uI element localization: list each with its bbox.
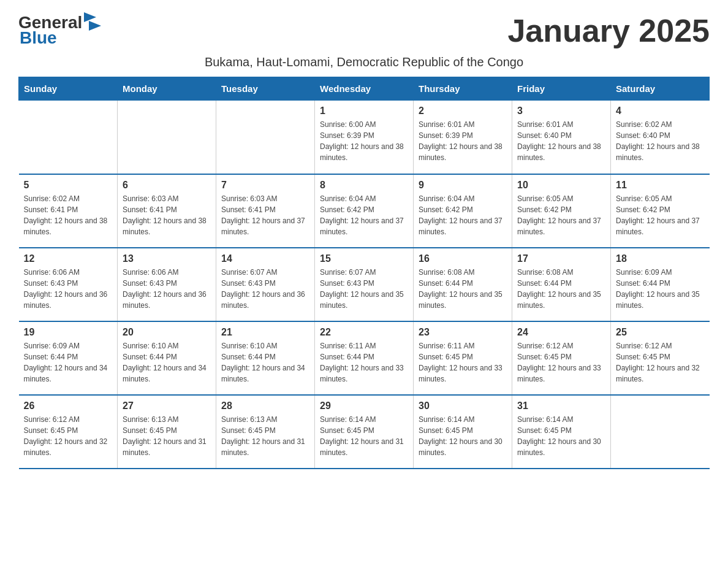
calendar-cell: 18Sunrise: 6:09 AM Sunset: 6:44 PM Dayli… xyxy=(611,248,710,321)
day-number: 24 xyxy=(517,327,605,338)
day-number: 9 xyxy=(419,180,507,191)
calendar-cell: 13Sunrise: 6:06 AM Sunset: 6:43 PM Dayli… xyxy=(118,248,216,321)
header-day-tuesday: Tuesday xyxy=(216,77,315,101)
calendar-header-row: SundayMondayTuesdayWednesdayThursdayFrid… xyxy=(19,77,710,101)
calendar-cell xyxy=(216,101,315,174)
calendar-cell: 2Sunrise: 6:01 AM Sunset: 6:39 PM Daylig… xyxy=(414,101,512,174)
day-info: Sunrise: 6:04 AM Sunset: 6:42 PM Dayligh… xyxy=(419,193,507,237)
calendar-cell: 6Sunrise: 6:03 AM Sunset: 6:41 PM Daylig… xyxy=(118,174,216,248)
calendar-cell: 21Sunrise: 6:10 AM Sunset: 6:44 PM Dayli… xyxy=(216,321,315,395)
calendar-table: SundayMondayTuesdayWednesdayThursdayFrid… xyxy=(18,77,710,469)
day-number: 10 xyxy=(517,180,605,191)
day-info: Sunrise: 6:05 AM Sunset: 6:42 PM Dayligh… xyxy=(616,193,705,237)
calendar-subtitle: Bukama, Haut-Lomami, Democratic Republic… xyxy=(18,55,710,69)
calendar-cell: 19Sunrise: 6:09 AM Sunset: 6:44 PM Dayli… xyxy=(19,321,118,395)
calendar-cell: 16Sunrise: 6:08 AM Sunset: 6:44 PM Dayli… xyxy=(414,248,512,321)
calendar-week-row: 1Sunrise: 6:00 AM Sunset: 6:39 PM Daylig… xyxy=(19,101,710,174)
day-number: 7 xyxy=(221,180,309,191)
header-day-sunday: Sunday xyxy=(19,77,118,101)
calendar-cell: 24Sunrise: 6:12 AM Sunset: 6:45 PM Dayli… xyxy=(512,321,611,395)
day-number: 6 xyxy=(123,180,211,191)
day-info: Sunrise: 6:13 AM Sunset: 6:45 PM Dayligh… xyxy=(221,414,309,458)
day-number: 26 xyxy=(24,400,113,412)
day-info: Sunrise: 6:10 AM Sunset: 6:44 PM Dayligh… xyxy=(221,340,309,385)
day-info: Sunrise: 6:14 AM Sunset: 6:45 PM Dayligh… xyxy=(320,414,408,458)
calendar-cell: 22Sunrise: 6:11 AM Sunset: 6:44 PM Dayli… xyxy=(315,321,414,395)
day-info: Sunrise: 6:08 AM Sunset: 6:44 PM Dayligh… xyxy=(517,267,605,311)
day-info: Sunrise: 6:02 AM Sunset: 6:41 PM Dayligh… xyxy=(24,193,113,237)
day-number: 23 xyxy=(419,327,507,338)
calendar-week-row: 12Sunrise: 6:06 AM Sunset: 6:43 PM Dayli… xyxy=(19,248,710,321)
header-day-friday: Friday xyxy=(512,77,611,101)
day-info: Sunrise: 6:03 AM Sunset: 6:41 PM Dayligh… xyxy=(123,193,211,237)
day-info: Sunrise: 6:07 AM Sunset: 6:43 PM Dayligh… xyxy=(320,267,408,311)
day-info: Sunrise: 6:11 AM Sunset: 6:44 PM Dayligh… xyxy=(320,340,408,385)
header-day-saturday: Saturday xyxy=(611,77,710,101)
day-number: 22 xyxy=(320,327,408,338)
calendar-cell xyxy=(118,101,216,174)
day-number: 19 xyxy=(24,327,113,338)
day-number: 16 xyxy=(419,253,507,264)
day-number: 18 xyxy=(616,253,705,264)
day-number: 1 xyxy=(320,105,408,117)
day-number: 15 xyxy=(320,253,408,264)
calendar-cell: 29Sunrise: 6:14 AM Sunset: 6:45 PM Dayli… xyxy=(315,395,414,469)
day-info: Sunrise: 6:06 AM Sunset: 6:43 PM Dayligh… xyxy=(24,267,113,311)
calendar-cell: 14Sunrise: 6:07 AM Sunset: 6:43 PM Dayli… xyxy=(216,248,315,321)
calendar-cell: 7Sunrise: 6:03 AM Sunset: 6:41 PM Daylig… xyxy=(216,174,315,248)
day-info: Sunrise: 6:04 AM Sunset: 6:42 PM Dayligh… xyxy=(320,193,408,237)
day-info: Sunrise: 6:10 AM Sunset: 6:44 PM Dayligh… xyxy=(123,340,211,385)
logo-blue-text: Blue xyxy=(20,28,57,48)
calendar-cell: 15Sunrise: 6:07 AM Sunset: 6:43 PM Dayli… xyxy=(315,248,414,321)
calendar-cell: 11Sunrise: 6:05 AM Sunset: 6:42 PM Dayli… xyxy=(611,174,710,248)
day-info: Sunrise: 6:11 AM Sunset: 6:45 PM Dayligh… xyxy=(419,340,507,385)
day-number: 25 xyxy=(616,327,705,338)
calendar-cell: 20Sunrise: 6:10 AM Sunset: 6:44 PM Dayli… xyxy=(118,321,216,395)
calendar-cell xyxy=(611,395,710,469)
day-number: 3 xyxy=(517,105,605,117)
calendar-cell: 26Sunrise: 6:12 AM Sunset: 6:45 PM Dayli… xyxy=(19,395,118,469)
header-day-monday: Monday xyxy=(118,77,216,101)
day-number: 2 xyxy=(419,105,507,117)
day-number: 29 xyxy=(320,400,408,412)
day-info: Sunrise: 6:05 AM Sunset: 6:42 PM Dayligh… xyxy=(517,193,605,237)
svg-marker-0 xyxy=(84,12,96,22)
logo: General Blue xyxy=(18,12,101,48)
header-day-wednesday: Wednesday xyxy=(315,77,414,101)
day-info: Sunrise: 6:14 AM Sunset: 6:45 PM Dayligh… xyxy=(517,414,605,458)
day-info: Sunrise: 6:06 AM Sunset: 6:43 PM Dayligh… xyxy=(123,267,211,311)
calendar-cell: 1Sunrise: 6:00 AM Sunset: 6:39 PM Daylig… xyxy=(315,101,414,174)
calendar-cell: 3Sunrise: 6:01 AM Sunset: 6:40 PM Daylig… xyxy=(512,101,611,174)
calendar-cell: 28Sunrise: 6:13 AM Sunset: 6:45 PM Dayli… xyxy=(216,395,315,469)
day-info: Sunrise: 6:13 AM Sunset: 6:45 PM Dayligh… xyxy=(123,414,211,458)
day-number: 27 xyxy=(123,400,211,412)
day-number: 30 xyxy=(419,400,507,412)
day-number: 14 xyxy=(221,253,309,264)
day-info: Sunrise: 6:12 AM Sunset: 6:45 PM Dayligh… xyxy=(24,414,113,458)
day-number: 5 xyxy=(24,180,113,191)
calendar-cell: 12Sunrise: 6:06 AM Sunset: 6:43 PM Dayli… xyxy=(19,248,118,321)
day-number: 21 xyxy=(221,327,309,338)
day-info: Sunrise: 6:07 AM Sunset: 6:43 PM Dayligh… xyxy=(221,267,309,311)
header: General Blue January 2025 xyxy=(18,12,710,49)
header-day-thursday: Thursday xyxy=(414,77,512,101)
calendar-cell: 27Sunrise: 6:13 AM Sunset: 6:45 PM Dayli… xyxy=(118,395,216,469)
calendar-cell: 4Sunrise: 6:02 AM Sunset: 6:40 PM Daylig… xyxy=(611,101,710,174)
day-info: Sunrise: 6:00 AM Sunset: 6:39 PM Dayligh… xyxy=(320,119,408,163)
day-info: Sunrise: 6:01 AM Sunset: 6:40 PM Dayligh… xyxy=(517,119,605,163)
day-info: Sunrise: 6:09 AM Sunset: 6:44 PM Dayligh… xyxy=(24,340,113,385)
day-number: 8 xyxy=(320,180,408,191)
day-number: 20 xyxy=(123,327,211,338)
day-number: 28 xyxy=(221,400,309,412)
day-info: Sunrise: 6:12 AM Sunset: 6:45 PM Dayligh… xyxy=(616,340,705,385)
calendar-cell: 10Sunrise: 6:05 AM Sunset: 6:42 PM Dayli… xyxy=(512,174,611,248)
calendar-cell: 23Sunrise: 6:11 AM Sunset: 6:45 PM Dayli… xyxy=(414,321,512,395)
svg-marker-1 xyxy=(89,21,101,31)
calendar-cell: 17Sunrise: 6:08 AM Sunset: 6:44 PM Dayli… xyxy=(512,248,611,321)
calendar-cell xyxy=(19,101,118,174)
day-info: Sunrise: 6:01 AM Sunset: 6:39 PM Dayligh… xyxy=(419,119,507,163)
month-title: January 2025 xyxy=(507,12,710,49)
calendar-week-row: 19Sunrise: 6:09 AM Sunset: 6:44 PM Dayli… xyxy=(19,321,710,395)
calendar-cell: 8Sunrise: 6:04 AM Sunset: 6:42 PM Daylig… xyxy=(315,174,414,248)
day-number: 11 xyxy=(616,180,705,191)
